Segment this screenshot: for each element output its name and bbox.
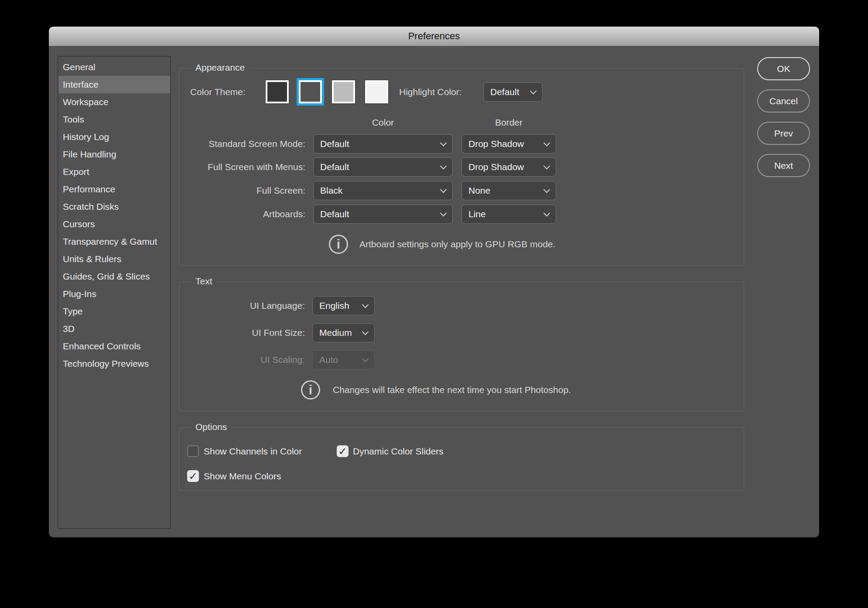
full-screen-border-value: None: [468, 185, 490, 196]
ui-scaling-value: Auto: [319, 355, 338, 365]
sidebar-item-cursors[interactable]: Cursors: [58, 215, 170, 233]
text-group: Text UI Language: English UI Font Size: …: [179, 282, 744, 411]
chevron-down-icon: [440, 209, 447, 216]
theme-swatch-medium-dark-selected[interactable]: [299, 80, 322, 103]
sidebar-item-guides-grid-slices[interactable]: Guides, Grid & Slices: [58, 268, 170, 285]
sidebar-item-plug-ins[interactable]: Plug-Ins: [58, 285, 170, 303]
chevron-down-icon: [543, 162, 550, 169]
check-icon: ✓: [338, 445, 347, 458]
color-column-header: Color: [313, 117, 453, 128]
theme-swatch-white[interactable]: [365, 80, 388, 103]
artboard-info-text: Artboard settings only apply to GPU RGB …: [359, 235, 555, 254]
theme-swatch-light-gray[interactable]: [332, 80, 355, 103]
info-icon: i: [329, 235, 348, 254]
chevron-down-icon: [543, 209, 550, 216]
ok-button[interactable]: OK: [757, 57, 810, 80]
full-screen-label: Full Screen:: [190, 181, 305, 200]
standard-screen-mode-color-select[interactable]: Default: [313, 134, 453, 154]
sidebar-item-tools[interactable]: Tools: [58, 111, 170, 128]
full-screen-menus-border-value: Drop Shadow: [468, 162, 524, 172]
full-screen-color-select[interactable]: Black: [313, 181, 453, 200]
cancel-button[interactable]: Cancel: [757, 89, 810, 113]
check-icon: ✓: [188, 470, 197, 482]
preferences-sidebar: General Interface Workspace Tools Histor…: [58, 56, 171, 529]
standard-screen-mode-color-value: Default: [320, 139, 349, 149]
appearance-legend: Appearance: [191, 62, 249, 73]
sidebar-item-technology-previews[interactable]: Technology Previews: [58, 355, 170, 372]
sidebar-item-export[interactable]: Export: [58, 163, 170, 181]
standard-screen-mode-border-select[interactable]: Drop Shadow: [461, 134, 556, 154]
theme-swatch-dark[interactable]: [266, 80, 289, 103]
sidebar-item-interface[interactable]: Interface: [58, 76, 170, 93]
sidebar-item-type[interactable]: Type: [58, 303, 170, 320]
sidebar-item-units-rulers[interactable]: Units & Rulers: [58, 250, 170, 268]
next-button[interactable]: Next: [757, 154, 810, 177]
highlight-color-select[interactable]: Default: [483, 82, 543, 102]
dynamic-color-sliders-checkbox[interactable]: ✓: [337, 445, 349, 457]
sidebar-item-scratch-disks[interactable]: Scratch Disks: [58, 198, 170, 215]
full-screen-menus-label: Full Screen with Menus:: [190, 157, 305, 177]
info-icon: i: [301, 380, 320, 400]
sidebar-item-enhanced-controls[interactable]: Enhanced Controls: [58, 338, 170, 355]
artboards-border-select[interactable]: Line: [461, 205, 556, 224]
chevron-down-icon: [362, 355, 369, 362]
dialog-buttons: OK Cancel Prev Next: [757, 57, 810, 177]
dynamic-color-sliders-label[interactable]: Dynamic Color Sliders: [353, 445, 444, 457]
ui-font-size-select[interactable]: Medium: [312, 323, 375, 342]
sidebar-item-performance[interactable]: Performance: [58, 181, 170, 198]
sidebar-item-transparency-gamut[interactable]: Transparency & Gamut: [58, 233, 170, 250]
chevron-down-icon: [440, 162, 447, 169]
window-title: Preferences: [408, 31, 460, 42]
artboards-border-value: Line: [468, 209, 486, 219]
ui-language-select[interactable]: English: [312, 296, 375, 315]
full-screen-color-value: Black: [320, 185, 342, 196]
ui-scaling-label: UI Scaling:: [190, 350, 305, 369]
text-legend: Text: [191, 276, 217, 287]
sidebar-item-file-handling[interactable]: File Handling: [58, 146, 170, 163]
full-screen-menus-color-select[interactable]: Default: [313, 157, 453, 177]
chevron-down-icon: [362, 328, 369, 335]
color-theme-swatches: [266, 80, 388, 103]
full-screen-menus-border-select[interactable]: Drop Shadow: [461, 157, 556, 177]
chevron-down-icon: [440, 139, 447, 146]
ui-scaling-select: Auto: [312, 350, 375, 369]
full-screen-menus-color-value: Default: [320, 162, 349, 172]
standard-screen-mode-label: Standard Screen Mode:: [190, 134, 305, 154]
appearance-group: Appearance Color Theme: Highlight Color:…: [179, 68, 744, 266]
standard-screen-mode-border-value: Drop Shadow: [468, 139, 524, 149]
sidebar-item-general[interactable]: General: [58, 58, 170, 76]
highlight-color-value: Default: [490, 87, 519, 97]
show-menu-colors-label[interactable]: Show Menu Colors: [204, 470, 281, 482]
chevron-down-icon: [543, 139, 550, 146]
preferences-dialog: Preferences General Interface Workspace …: [49, 27, 819, 537]
artboards-color-select[interactable]: Default: [313, 205, 453, 224]
artboards-color-value: Default: [320, 209, 349, 219]
sidebar-item-workspace[interactable]: Workspace: [58, 93, 170, 111]
sidebar-item-history-log[interactable]: History Log: [58, 128, 170, 146]
title-bar[interactable]: Preferences: [49, 27, 819, 46]
ui-language-label: UI Language:: [190, 296, 305, 315]
chevron-down-icon: [440, 186, 447, 193]
border-column-header: Border: [461, 117, 556, 128]
ui-language-value: English: [319, 301, 349, 311]
chevron-down-icon: [362, 301, 369, 308]
artboards-label: Artboards:: [190, 205, 305, 224]
options-legend: Options: [191, 422, 231, 432]
show-menu-colors-checkbox[interactable]: ✓: [187, 470, 199, 482]
chevron-down-icon: [543, 186, 550, 193]
options-group: Options Show Channels in Color ✓ Dynamic…: [179, 427, 744, 491]
show-channels-in-color-checkbox[interactable]: [187, 445, 199, 457]
highlight-color-label: Highlight Color:: [399, 87, 462, 97]
prev-button[interactable]: Prev: [757, 122, 810, 145]
chevron-down-icon: [530, 87, 537, 94]
ui-font-size-value: Medium: [319, 328, 352, 338]
sidebar-item-3d[interactable]: 3D: [58, 320, 170, 338]
full-screen-border-select[interactable]: None: [461, 181, 556, 200]
restart-info-text: Changes will take effect the next time y…: [333, 380, 571, 400]
color-theme-label: Color Theme:: [190, 87, 246, 97]
show-channels-in-color-label[interactable]: Show Channels in Color: [204, 445, 302, 457]
ui-font-size-label: UI Font Size:: [190, 323, 305, 342]
